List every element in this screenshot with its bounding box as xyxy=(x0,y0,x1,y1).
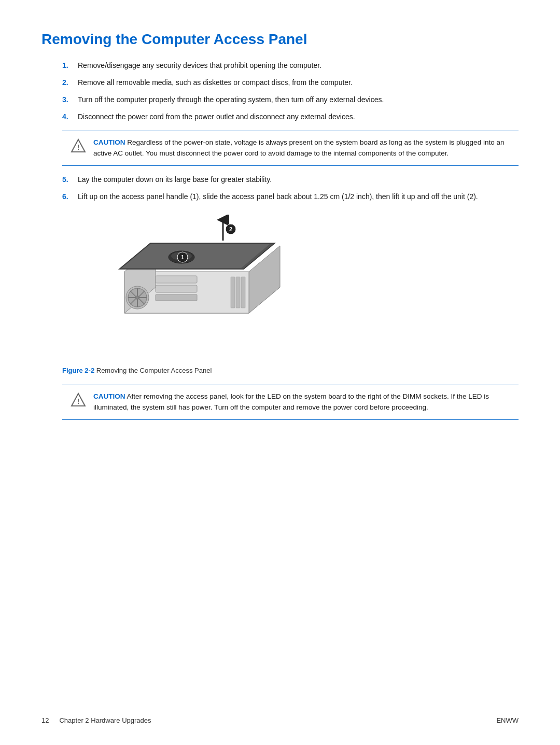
list-item: 3. Turn off the computer properly throug… xyxy=(62,94,519,105)
footer-left: 12 Chapter 2 Hardware Upgrades xyxy=(41,716,151,724)
caution-label-2: CAUTION xyxy=(93,392,125,400)
list-item: 5. Lay the computer down on its large ba… xyxy=(62,174,519,185)
page-title: Removing the Computer Access Panel xyxy=(41,31,519,48)
chapter-label: Chapter 2 Hardware Upgrades xyxy=(59,716,151,724)
page-footer: 12 Chapter 2 Hardware Upgrades ENWW xyxy=(41,716,519,724)
svg-rect-22 xyxy=(231,277,235,308)
caution-box-2: ! CAUTION After removing the access pane… xyxy=(62,385,519,420)
locale-label: ENWW xyxy=(496,716,519,724)
list-item: 2. Remove all removable media, such as d… xyxy=(62,77,519,88)
svg-text:2: 2 xyxy=(229,226,232,232)
svg-rect-20 xyxy=(156,285,197,292)
step-text: Lay the computer down on its large base … xyxy=(78,174,519,185)
figure-label: Figure 2-2 xyxy=(62,367,94,374)
caution-body-2: After removing the access panel, look fo… xyxy=(93,392,489,411)
step-text: Remove/disengage any security devices th… xyxy=(78,60,519,71)
figure-caption-text: Removing the Computer Access Panel xyxy=(96,367,212,374)
step-text: Disconnect the power cord from the power… xyxy=(78,111,519,122)
list-item: 4. Disconnect the power cord from the po… xyxy=(62,111,519,122)
step-number: 5. xyxy=(62,174,78,185)
page-number: 12 xyxy=(41,716,49,724)
figure-container: 1 2 Figure 2-2 Removing the Computer Acc… xyxy=(62,215,321,374)
caution-body-1: Regardless of the power-on state, voltag… xyxy=(93,138,504,157)
svg-text:1: 1 xyxy=(181,254,184,260)
svg-rect-23 xyxy=(236,277,240,308)
list-item: 6. Lift up on the access panel handle (1… xyxy=(62,191,519,202)
caution-text-1: CAUTION Regardless of the power-on state… xyxy=(93,137,510,159)
step-number: 4. xyxy=(62,111,78,122)
caution-box-1: ! CAUTION Regardless of the power-on sta… xyxy=(62,131,519,166)
step-text: Lift up on the access panel handle (1), … xyxy=(78,191,519,202)
step-number: 3. xyxy=(62,94,78,105)
svg-text:!: ! xyxy=(77,143,80,151)
caution-triangle-icon-2: ! xyxy=(71,392,86,409)
list-item: 1. Remove/disengage any security devices… xyxy=(62,60,519,71)
svg-text:!: ! xyxy=(77,397,80,405)
steps-list-continued: 5. Lay the computer down on its large ba… xyxy=(62,174,519,202)
step-number: 6. xyxy=(62,191,78,202)
step-number: 1. xyxy=(62,60,78,71)
svg-rect-21 xyxy=(156,294,197,301)
svg-rect-19 xyxy=(156,276,197,283)
computer-illustration: 1 2 xyxy=(83,215,301,360)
caution-label-1: CAUTION xyxy=(93,138,125,146)
caution-text-2: CAUTION After removing the access panel,… xyxy=(93,391,510,413)
step-text: Remove all removable media, such as disk… xyxy=(78,77,519,88)
figure-caption: Figure 2-2 Removing the Computer Access … xyxy=(62,367,321,374)
step-number: 2. xyxy=(62,77,78,88)
caution-triangle-icon: ! xyxy=(71,138,86,154)
steps-list: 1. Remove/disengage any security devices… xyxy=(62,60,519,122)
step-text: Turn off the computer properly through t… xyxy=(78,94,519,105)
svg-rect-24 xyxy=(241,277,245,308)
